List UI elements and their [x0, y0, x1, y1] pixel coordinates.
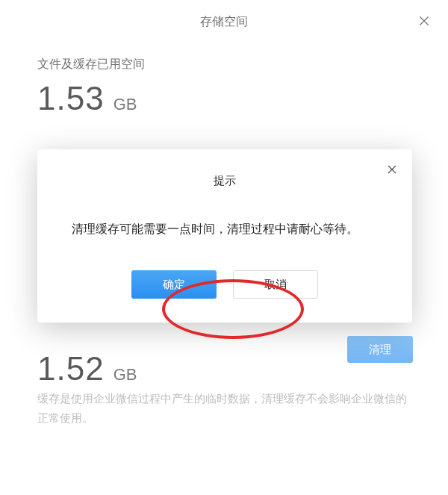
- dialog-title: 提示: [214, 174, 236, 188]
- dialog-close-button[interactable]: [382, 160, 402, 179]
- dialog-header: 提示: [37, 149, 412, 193]
- cancel-button[interactable]: 取消: [233, 270, 318, 299]
- ok-button[interactable]: 确定: [131, 270, 217, 299]
- confirm-dialog: 提示 清理缓存可能需要一点时间，清理过程中请耐心等待。 确定 取消: [37, 149, 412, 323]
- dialog-footer: 确定 取消: [37, 254, 412, 323]
- close-icon: [387, 164, 397, 175]
- dialog-message: 清理缓存可能需要一点时间，清理过程中请耐心等待。: [72, 218, 378, 240]
- dialog-body: 清理缓存可能需要一点时间，清理过程中请耐心等待。: [37, 193, 412, 254]
